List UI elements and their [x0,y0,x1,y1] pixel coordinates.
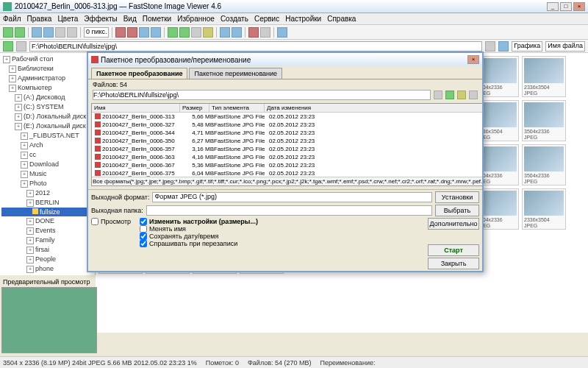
file-row[interactable]: 20100427_Berlin_0006-3756,04 MBFastStone… [92,169,482,177]
tree-node[interactable]: DONE [1,216,93,226]
tree-node[interactable]: Download [1,160,93,169]
print-icon[interactable] [151,27,161,38]
col-type[interactable]: Тип элемента [209,104,265,112]
compare-icon[interactable] [43,27,54,38]
forward-icon[interactable] [15,27,25,38]
rotate-left-icon[interactable] [168,27,178,38]
ask-overwrite-checkbox[interactable] [140,240,147,247]
close-button[interactable]: × [573,2,585,11]
tree-node[interactable]: (C:) SYSTEM [1,102,93,112]
tree-node[interactable]: phone [1,264,93,274]
move-icon[interactable] [127,27,137,38]
list-icon[interactable] [457,91,466,99]
resize-checkbox[interactable] [140,218,147,225]
minimize-button[interactable]: _ [547,2,559,11]
tree-node[interactable]: Рабочий стол [1,54,93,64]
thumbnail-icon[interactable] [67,27,77,38]
mail-icon[interactable] [139,27,149,38]
menu-Эффекты[interactable]: Эффекты [84,15,117,23]
tree-toggle-icon[interactable] [445,91,454,99]
col-name[interactable]: Имя [92,104,180,112]
format-settings-button[interactable]: Установки [435,191,479,203]
browse-folder-button[interactable]: Выбрать [435,205,479,216]
menu-Справка[interactable]: Справка [327,15,356,23]
sort-filename[interactable]: Имя файла [545,41,585,52]
output-format-select[interactable]: Формат JPEG (*.jpg) [152,192,432,202]
menu-Создать[interactable]: Создать [220,15,248,23]
preview-checkbox[interactable] [91,218,98,225]
delete-icon[interactable] [248,27,259,38]
file-filter[interactable]: Все форматы(*.jpg;*.jpe;*.jpeg;*.bmp;*.g… [92,177,482,185]
tree-node[interactable]: cc [1,150,93,160]
settings-icon[interactable] [260,27,270,38]
dialog-close-button[interactable]: × [467,55,479,64]
tree-node[interactable]: Photo [1,179,93,188]
up-icon[interactable] [16,41,26,52]
go-icon[interactable] [485,41,495,52]
tab-rename[interactable]: Пакетное переименование [189,68,282,79]
thumbnail[interactable]: 2336x3504 JPEG20100428_Berlin_000... [522,188,566,230]
tree-node[interactable]: firsai [1,245,93,255]
maximize-button[interactable]: □ [560,2,572,11]
thumbnail[interactable]: 3504x2336 JPEG20100428_Berlin_000... [522,144,566,185]
back-icon[interactable] [3,27,13,38]
start-button[interactable]: Старт [428,244,479,256]
tree-node[interactable]: BERLIN [1,198,93,208]
tree-node[interactable]: _FLIBUSTA.NET [1,131,93,141]
tree-node[interactable]: Библиотеки [1,64,93,74]
menu-Настройки[interactable]: Настройки [285,15,321,23]
tag-icon[interactable] [220,27,230,38]
home-icon[interactable] [3,41,13,52]
tree-node[interactable]: People [1,255,93,264]
menu-Сервис[interactable]: Сервис [254,15,279,23]
thumbnail[interactable]: 3504x2336 JPEG20100428_Berlin_000... [522,100,566,141]
file-row[interactable]: 20100427_Berlin_0006-3444,71 MBFastStone… [92,129,482,137]
menu-Цвета[interactable]: Цвета [57,15,78,23]
crop-icon[interactable] [191,27,201,38]
copy-icon[interactable] [115,27,126,38]
file-row[interactable]: 20100427_Berlin_0006-3675,36 MBFastStone… [92,161,482,169]
refresh-icon[interactable] [498,41,509,52]
tree-node[interactable]: 2012 [1,188,93,198]
tree-node[interactable]: Администратор [1,74,93,83]
tab-convert[interactable]: Пакетное преобразование [91,68,187,79]
details-icon[interactable] [469,91,478,99]
source-file-list[interactable]: Имя Размер Тип элемента Дата изменения 2… [91,103,482,186]
slideshow-icon[interactable] [32,27,42,38]
menu-Вид[interactable]: Вид [123,15,137,23]
rotate-right-icon[interactable] [179,27,190,38]
file-row[interactable]: 20100427_Berlin_0006-3573,16 MBFastStone… [92,145,482,153]
filter-graphics[interactable]: Графика [512,41,542,52]
preview-image[interactable] [1,287,97,353]
dialog-close-button-bottom[interactable]: Закрыть [428,258,479,269]
view-icon[interactable] [55,27,65,38]
browse-icon[interactable] [434,91,442,99]
tree-node[interactable]: Music [1,169,93,179]
zoom-display[interactable]: 0 пикс. [84,27,109,38]
thumbnail[interactable]: 2336x3504 JPEG20100427_Berlin_000... [522,56,566,97]
flag-icon[interactable] [232,27,242,38]
tree-node[interactable]: (A:) Дисковод [1,93,93,102]
dialog-path-input[interactable] [93,90,431,100]
menu-Правка[interactable]: Правка [27,15,52,23]
file-row[interactable]: 20100427_Berlin_0006-3506,27 MBFastStone… [92,137,482,145]
tree-node[interactable]: (E:) Локальный диск [1,121,93,131]
help-icon[interactable] [277,27,287,38]
tree-node[interactable]: fullsize [1,208,93,216]
file-row[interactable]: 20100427_Berlin_0006-3634,16 MBFastStone… [92,153,482,161]
tree-node[interactable]: Arch [1,141,93,150]
tree-node[interactable]: Компьютер [1,83,93,93]
menu-Пометки[interactable]: Пометки [143,15,171,23]
col-date[interactable]: Дата изменения [265,104,482,112]
col-size[interactable]: Размер [180,104,209,112]
advanced-button[interactable]: Дополнительно [428,218,479,230]
tree-node[interactable]: Family [1,236,93,245]
keepdate-checkbox[interactable] [140,233,147,240]
file-row[interactable]: 20100427_Berlin_0006-3135,66 MBFastStone… [92,113,482,121]
tree-node[interactable]: Events [1,226,93,236]
output-folder-input[interactable] [146,205,432,216]
file-row[interactable]: 20100427_Berlin_0006-3275,48 MBFastStone… [92,121,482,129]
menu-Избранное[interactable]: Избранное [177,15,215,23]
menu-Файл[interactable]: Файл [3,15,21,23]
path-input[interactable] [29,41,482,52]
